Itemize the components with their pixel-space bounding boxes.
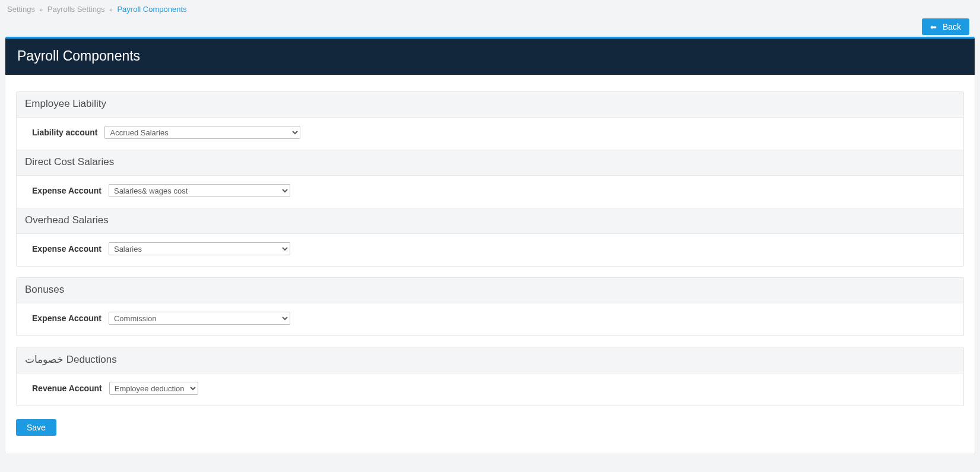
section-overhead-header: Overhead Salaries bbox=[17, 208, 963, 234]
section-employee-liability-header: Employee Liability bbox=[17, 92, 963, 118]
save-button[interactable]: Save bbox=[16, 419, 56, 436]
breadcrumb: Settings » Payrolls Settings » Payroll C… bbox=[5, 4, 975, 18]
back-button-label: Back bbox=[943, 22, 961, 31]
liability-account-select[interactable]: Accrued Salaries bbox=[104, 126, 300, 139]
chevron-right-icon: » bbox=[107, 7, 115, 13]
main-panel: Payroll Components Employee Liability Li… bbox=[5, 36, 975, 454]
direct-cost-expense-label: Expense Account bbox=[32, 186, 102, 195]
direct-cost-expense-select[interactable]: Salaries& wages cost bbox=[109, 184, 290, 197]
card-bonuses: Bonuses Expense Account Commission bbox=[16, 277, 964, 336]
arrow-left-icon: ⬅ bbox=[930, 23, 937, 31]
overhead-expense-label: Expense Account bbox=[32, 244, 102, 254]
liability-account-label: Liability account bbox=[32, 128, 97, 137]
bonuses-expense-select[interactable]: Commission bbox=[109, 312, 290, 325]
breadcrumb-payroll-components[interactable]: Payroll Components bbox=[117, 5, 186, 14]
chevron-right-icon: » bbox=[37, 7, 46, 13]
bonuses-expense-label: Expense Account bbox=[32, 313, 102, 323]
breadcrumb-payrolls-settings[interactable]: Payrolls Settings bbox=[47, 5, 105, 14]
section-direct-cost-header: Direct Cost Salaries bbox=[17, 150, 963, 176]
breadcrumb-settings[interactable]: Settings bbox=[7, 5, 35, 14]
overhead-expense-select[interactable]: Salaries bbox=[109, 242, 290, 255]
card-deductions: خصومات Deductions Revenue Account Employ… bbox=[16, 347, 964, 406]
section-bonuses-header: Bonuses bbox=[17, 278, 963, 303]
save-button-label: Save bbox=[27, 423, 46, 432]
card-salaries-group: Employee Liability Liability account Acc… bbox=[16, 91, 964, 267]
section-deductions-header: خصومات Deductions bbox=[17, 347, 963, 373]
back-button[interactable]: ⬅ Back bbox=[922, 18, 969, 35]
deductions-revenue-select[interactable]: Employee deduction bbox=[109, 382, 198, 395]
page-title: Payroll Components bbox=[5, 39, 975, 75]
deductions-revenue-label: Revenue Account bbox=[32, 384, 102, 393]
